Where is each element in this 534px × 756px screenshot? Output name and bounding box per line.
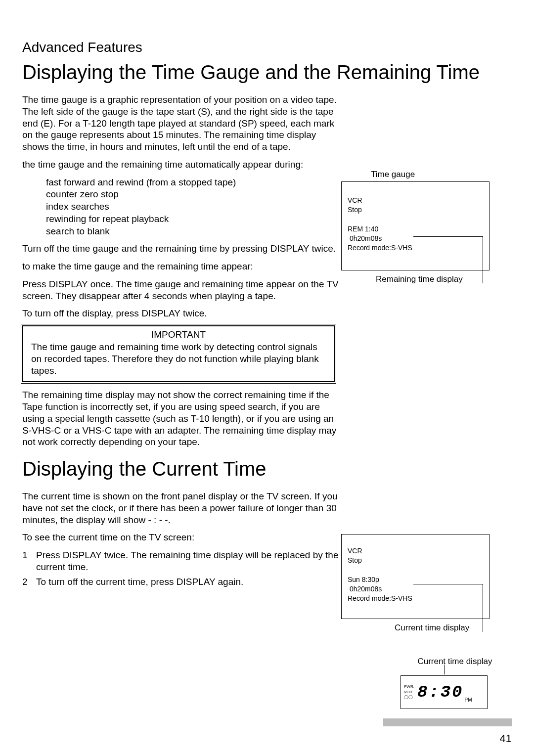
paragraph: The remaining time display may not show … bbox=[22, 389, 339, 448]
heading-current-time: Displaying the Current Time bbox=[22, 457, 339, 481]
feature-list: fast forward and rewind (from a stopped … bbox=[46, 177, 339, 237]
paragraph: Turn off the time gauge and the remainin… bbox=[22, 243, 339, 255]
list-item: index searches bbox=[46, 201, 339, 213]
important-title: IMPORTANT bbox=[31, 329, 326, 340]
osd-line: REM 1:40 bbox=[348, 224, 483, 234]
paragraph: To see the current time on the TV screen… bbox=[22, 532, 339, 543]
footer-bar bbox=[383, 718, 512, 726]
caption-current-time-osd: Current time display bbox=[395, 623, 499, 633]
clock-readout: 8:30 bbox=[417, 683, 464, 702]
important-text: The time gauge and remaining time work b… bbox=[31, 341, 326, 376]
osd-line: VCR bbox=[348, 546, 483, 556]
osd-line: VCR bbox=[348, 196, 483, 205]
paragraph: Press DISPLAY once. The time gauge and r… bbox=[22, 278, 339, 302]
list-number: 2 bbox=[22, 576, 36, 588]
panel-indicators: PWR. VCR ◯◯ bbox=[404, 684, 414, 700]
osd-box: VCR Stop REM 1:40 0h20m08s Record mode:S… bbox=[341, 181, 490, 270]
leader-line bbox=[483, 236, 483, 283]
important-box: IMPORTANT The time gauge and remaining t… bbox=[22, 325, 335, 382]
osd-box: VCR Stop Sun 8:30p 0h20m08s Record mode:… bbox=[341, 534, 490, 619]
osd-line: 0h20m08s bbox=[348, 234, 483, 243]
osd-line: Stop bbox=[348, 556, 483, 565]
leader-line bbox=[413, 584, 483, 584]
page-number: 41 bbox=[500, 732, 512, 745]
leader-line bbox=[413, 236, 483, 237]
pwr-indicator: PWR. bbox=[404, 684, 414, 689]
list-item: 2 To turn off the current time, press DI… bbox=[22, 576, 339, 588]
list-item: rewinding for repeat playback bbox=[46, 213, 339, 225]
paragraph: The time gauge is a graphic representati… bbox=[22, 94, 339, 153]
caption-time-gauge: Time gauge bbox=[371, 170, 499, 179]
paragraph: The current time is shown on the front p… bbox=[22, 490, 339, 526]
paragraph: the time gauge and the remaining time au… bbox=[22, 159, 339, 171]
section-title: Advanced Features bbox=[22, 40, 512, 55]
leader-line bbox=[444, 665, 445, 674]
list-number: 1 bbox=[22, 549, 36, 573]
ordered-list: 1 Press DISPLAY twice. The remaining tim… bbox=[22, 549, 339, 587]
figure-current-time-osd: VCR Stop Sun 8:30p 0h20m08s Record mode:… bbox=[341, 534, 499, 633]
caption-remaining-time: Remaining time display bbox=[376, 274, 499, 284]
list-item: search to blank bbox=[46, 225, 339, 237]
paragraph: to make the time gauge and the remaining… bbox=[22, 261, 339, 272]
list-text: To turn off the current time, press DISP… bbox=[36, 576, 243, 588]
list-item: 1 Press DISPLAY twice. The remaining tim… bbox=[22, 549, 339, 573]
heading-time-gauge: Displaying the Time Gauge and the Remain… bbox=[22, 60, 512, 84]
list-item: counter zero stop bbox=[46, 188, 339, 200]
paragraph: To turn off the display, press DISPLAY t… bbox=[22, 308, 339, 319]
osd-line: 0h20m08s bbox=[348, 584, 483, 594]
list-item: fast forward and rewind (from a stopped … bbox=[46, 177, 339, 188]
figure-current-time-panel: Current time display PWR. VCR ◯◯ 8:30 PM bbox=[400, 653, 509, 709]
vcr-indicator: VCR bbox=[404, 690, 414, 695]
figure-time-gauge: Time gauge VCR Stop REM 1:40 0h20m08s Re… bbox=[341, 166, 499, 284]
list-text: Press DISPLAY twice. The remaining time … bbox=[36, 549, 339, 573]
osd-line: Stop bbox=[348, 205, 483, 215]
tape-icon: ◯◯ bbox=[404, 695, 414, 700]
pm-indicator: PM bbox=[465, 697, 472, 703]
osd-line: Record mode:S-VHS bbox=[348, 594, 483, 603]
front-panel: PWR. VCR ◯◯ 8:30 PM bbox=[400, 675, 488, 709]
osd-line: Record mode:S-VHS bbox=[348, 243, 483, 253]
caption-panel: Current time display bbox=[400, 657, 509, 667]
osd-line: Sun 8:30p bbox=[348, 575, 483, 584]
leader-line bbox=[483, 584, 483, 632]
